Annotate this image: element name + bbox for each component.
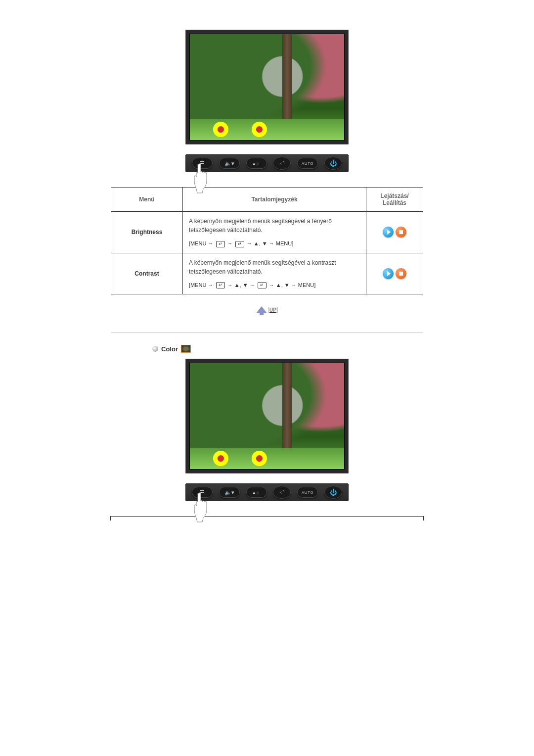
col-desc-header: Tartalomjegyzék (183, 188, 366, 212)
monitor-frame (185, 359, 349, 473)
down-adjust-button[interactable]: 🔈▾ (219, 158, 240, 169)
up-label: UP (268, 307, 278, 313)
brightness-up-icon: ▴☼ (253, 160, 261, 167)
speaker-down-icon: 🔈▾ (224, 160, 234, 167)
monitor-button-bar-block: ☰ 🔈▾ ▴☼ ⏎ AUTO ⏻ (109, 154, 425, 172)
play-icon (387, 230, 391, 235)
down-adjust-button[interactable]: 🔈▾ (219, 487, 240, 498)
power-button[interactable]: ⏻ (324, 486, 342, 499)
monitor-button-bar: ☰ 🔈▾ ▴☼ ⏎ AUTO ⏻ (185, 154, 349, 172)
monitor-button-bar-block: ☰ 🔈▾ ▴☼ ⏎ AUTO ⏻ (109, 483, 425, 501)
menu-path: [MENU → ↵ → ↵ → ▲, ▼ → MENU] (189, 239, 360, 248)
menu-icon: ☰ (200, 160, 205, 167)
power-icon: ⏻ (330, 488, 337, 496)
enter-icon: ↵ (216, 282, 225, 288)
power-button[interactable]: ⏻ (324, 157, 342, 170)
row-desc-cell: A képernyőn megjelenő menük segítségével… (183, 253, 366, 294)
row-desc-cell: A képernyőn megjelenő menük segítségével… (183, 212, 366, 253)
monitor-preview-picture (109, 30, 425, 144)
section-heading-color: Color (111, 345, 423, 353)
stop-button[interactable] (396, 268, 406, 279)
row-name: Brightness (111, 212, 183, 253)
up-adjust-button[interactable]: ▴☼ (246, 487, 267, 498)
speaker-down-icon: 🔈▾ (224, 489, 234, 496)
section-divider (111, 332, 423, 333)
enter-icon: ⏎ (280, 489, 284, 496)
row-name: Contrast (111, 253, 183, 294)
brightness-up-icon: ▴☼ (253, 489, 261, 496)
enter-icon: ↵ (235, 241, 244, 247)
up-adjust-button[interactable]: ▴☼ (246, 158, 267, 169)
up-arrow-icon (256, 306, 267, 313)
stop-icon (399, 272, 403, 276)
monitor-frame (185, 30, 349, 144)
play-button[interactable] (383, 268, 394, 279)
enter-icon: ↵ (216, 241, 225, 247)
auto-label: AUTO (302, 161, 313, 166)
picture-menu-table: Menü Tartalomjegyzék Lejátszás/ Leállítá… (111, 187, 423, 294)
play-button[interactable] (383, 227, 394, 237)
power-icon: ⏻ (330, 159, 337, 167)
color-table-top-border (110, 516, 424, 520)
enter-button[interactable]: ⏎ (273, 486, 291, 499)
enter-icon: ↵ (258, 282, 267, 288)
section-title: Color (161, 345, 178, 353)
stop-button[interactable] (396, 227, 406, 237)
row-desc: A képernyőn megjelenő menük segítségével… (189, 218, 332, 234)
monitor-button-bar: ☰ 🔈▾ ▴☼ ⏎ AUTO ⏻ (185, 483, 349, 501)
table-row: Contrast A képernyőn megjelenő menük seg… (111, 253, 423, 294)
sample-photo (189, 34, 345, 141)
enter-icon: ⏎ (280, 160, 284, 167)
stop-icon (399, 230, 403, 234)
scroll-to-top-link[interactable]: UP (256, 306, 278, 313)
row-play-cell (366, 253, 423, 294)
enter-button[interactable]: ⏎ (273, 157, 291, 170)
table-row: Brightness A képernyőn megjelenő menük s… (111, 212, 423, 253)
col-menu-header: Menü (111, 188, 183, 212)
menu-icon: ☰ (200, 489, 205, 496)
col-play-header: Lejátszás/ Leállítás (366, 188, 423, 212)
monitor-preview-color (109, 359, 425, 473)
menu-button[interactable]: ☰ (192, 158, 213, 169)
auto-button[interactable]: AUTO (297, 158, 318, 169)
auto-label: AUTO (302, 490, 313, 495)
row-play-cell (366, 212, 423, 253)
bullet-icon (152, 346, 158, 352)
menu-button[interactable]: ☰ (192, 487, 213, 498)
play-icon (387, 271, 391, 276)
color-chip-icon (181, 345, 191, 353)
auto-button[interactable]: AUTO (297, 487, 318, 498)
sample-photo (189, 363, 345, 470)
row-desc: A képernyőn megjelenő menük segítségével… (189, 259, 336, 275)
menu-path: [MENU → ↵ → ▲, ▼ → ↵ → ▲, ▼ → MENU] (189, 281, 360, 289)
